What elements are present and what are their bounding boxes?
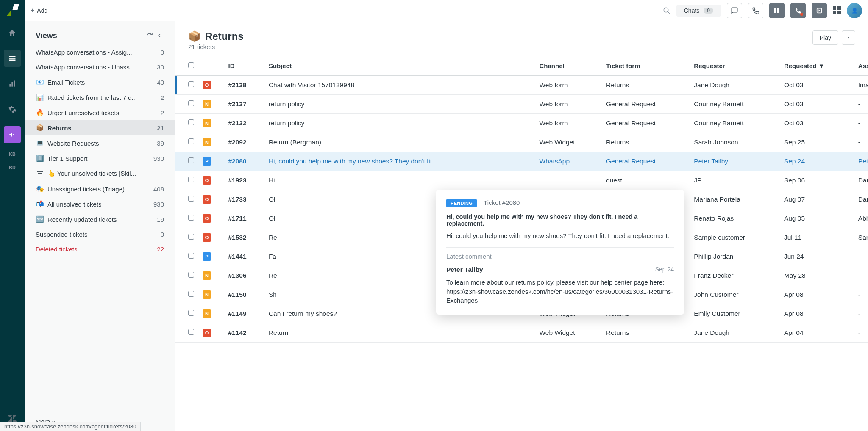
views-title: Views [36,31,145,40]
collapse-icon[interactable] [155,31,164,40]
svg-rect-1 [9,58,16,59]
view-item[interactable]: WhatsApp conversations - Assig...0 [25,45,175,60]
comment-body: To learn more about our returns policy, … [446,278,674,305]
view-item[interactable]: 🎭Unassigned tickets (Triage)408 [25,181,175,196]
ticket-row[interactable]: O#1142ReturnWeb WidgetReturnsJane DoughA… [175,323,868,343]
row-checkbox[interactable] [188,253,194,259]
view-item[interactable]: 🔥Urgent unresolved tickets2 [25,105,175,120]
row-checkbox[interactable] [188,177,194,182]
status-badge: O [203,214,211,223]
apps-icon[interactable] [833,6,841,14]
nav-views[interactable] [4,50,21,67]
column-header[interactable] [175,58,198,76]
row-checkbox[interactable] [188,215,194,221]
nav-settings[interactable] [4,101,21,118]
view-item[interactable]: 📊Rated tickets from the last 7 d...2 [25,90,175,105]
nav-br[interactable]: BR [9,165,16,170]
ticket-row[interactable]: O#1923HiquestJPSep 06Daniel Ru [175,171,868,190]
view-icon: 📦 [36,124,44,132]
tickets-panel: 📦 Returns 21 tickets Play IDSubjectChann… [175,21,868,431]
row-checkbox[interactable] [188,234,194,240]
phone-icon[interactable] [748,3,763,18]
panel-icon[interactable] [769,3,785,18]
column-header[interactable]: Subject [264,58,535,76]
ticket-row[interactable]: N#2137return policyWeb formGeneral Reque… [175,95,868,114]
comment-icon[interactable] [727,3,742,18]
row-checkbox[interactable] [188,157,194,163]
comment-date: Sep 24 [655,266,674,274]
row-checkbox[interactable] [188,310,194,316]
row-checkbox[interactable] [188,119,194,125]
status-badge: P [203,157,211,166]
search-icon[interactable] [663,7,670,14]
commenter-name: Peter Tailby [446,266,655,274]
play-menu[interactable] [842,30,855,45]
select-all-checkbox[interactable] [188,62,194,68]
view-name: Unassigned tickets (Triage) [47,185,153,193]
view-icon [36,170,44,177]
status-badge: N [203,138,211,146]
nav-kb[interactable]: KB [9,152,16,157]
view-name: Email Tickets [47,79,157,86]
play-button[interactable]: Play [812,30,838,45]
view-item[interactable]: 🆕Recently updated tickets19 [25,212,175,227]
row-checkbox[interactable] [188,291,194,297]
status-badge: N [203,119,211,127]
app-logo[interactable] [6,4,18,16]
user-avatar[interactable]: 👤 [847,3,862,18]
status-badge: PENDING [446,199,477,207]
view-item[interactable]: 💻Website Requests39 [25,135,175,151]
view-count: 2 [161,109,164,116]
column-header[interactable]: ID [224,58,264,76]
close-panel-icon[interactable] [812,3,827,18]
view-icon: 🔥 [36,109,44,116]
nav-reports[interactable] [4,75,21,92]
row-checkbox[interactable] [188,81,194,87]
ticket-row[interactable]: P#2080Hi, could you help me with my new … [175,152,868,171]
chats-button[interactable]: Chats 0 [676,5,721,17]
talk-icon[interactable] [790,3,806,18]
row-checkbox[interactable] [188,196,194,202]
svg-rect-8 [774,8,776,13]
row-checkbox[interactable] [188,138,194,144]
left-rail: KB BR [0,0,25,431]
nav-announce[interactable] [4,126,21,143]
view-item[interactable]: Suspended tickets0 [25,227,175,242]
column-header[interactable]: Assigne [854,58,868,76]
column-header[interactable] [198,58,224,76]
column-header[interactable]: Channel [535,58,602,76]
refresh-icon[interactable] [145,30,155,41]
row-checkbox[interactable] [188,329,194,335]
view-item[interactable]: WhatsApp conversations - Unass...30 [25,60,175,75]
ticket-row[interactable]: N#2132return policyWeb formGeneral Reque… [175,114,868,133]
nav-home[interactable] [4,25,21,41]
ticket-row[interactable]: O#2138Chat with Visitor 1570139948Web fo… [175,76,868,95]
view-item[interactable]: 📧Email Tickets40 [25,75,175,90]
view-item[interactable]: 1️⃣Tier 1 Support930 [25,151,175,166]
views-sidebar: Views WhatsApp conversations - Assig...0… [25,21,175,431]
column-header[interactable]: Ticket form [602,58,690,76]
view-count: 19 [157,216,164,223]
view-item[interactable]: 👆 Your unsolved tickets [Skil... [25,166,175,181]
view-name: Deleted tickets [36,246,157,253]
add-button[interactable]: + Add [31,7,47,14]
plus-icon: + [31,7,34,14]
row-checkbox[interactable] [188,272,194,278]
view-item[interactable]: 📬All unsolved tickets930 [25,196,175,212]
view-item[interactable]: Deleted tickets22 [25,242,175,257]
ticket-row[interactable]: N#2092Return (Bergman)Web WidgetReturnsS… [175,133,868,152]
column-header[interactable]: Requested ▼ [780,58,854,76]
status-badge: N [203,271,211,280]
view-item[interactable]: 📦Returns21 [25,120,175,135]
view-count: 930 [153,155,164,162]
status-badge: O [203,81,211,89]
view-name: Tier 1 Support [47,155,153,162]
view-count: 930 [153,201,164,208]
view-count: 0 [161,49,164,56]
page-icon: 📦 [188,30,201,42]
column-header[interactable]: Requester [690,58,780,76]
row-checkbox[interactable] [188,100,194,106]
view-icon: 📧 [36,78,44,86]
view-icon: 📊 [36,94,44,101]
view-name: Returns [47,124,157,132]
